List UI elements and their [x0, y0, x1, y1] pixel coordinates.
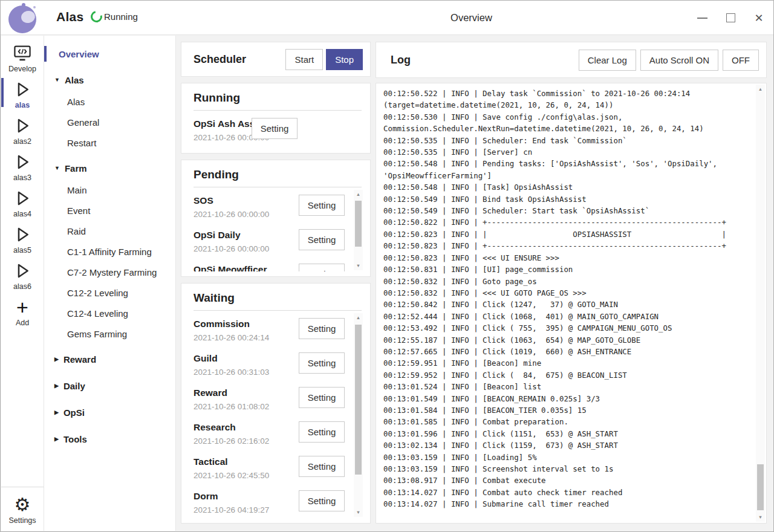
- log-line: 00:13:14.027 | INFO | Submarine call tim…: [383, 498, 752, 510]
- task-setting-button[interactable]: Setting: [299, 387, 345, 408]
- task-setting-button[interactable]: Setting: [252, 118, 298, 139]
- nav-item[interactable]: Alas: [44, 91, 175, 112]
- rail-item-instance[interactable]: alas6: [1, 258, 44, 294]
- nav-item[interactable]: Main: [44, 180, 175, 200]
- log-line: 00:13:01.585 | INFO | Combat preparation…: [383, 416, 752, 427]
- scroll-down-icon[interactable]: ▼: [354, 261, 363, 270]
- log-line: 00:13:01.549 | INFO | [BEACON_REMAIN 0.0…: [383, 393, 752, 404]
- nav-item[interactable]: ▶ Reward: [44, 348, 175, 371]
- scrollbar-thumb[interactable]: [355, 325, 362, 475]
- log-line: 00:12:50.822 | INFO | +-----------------…: [383, 216, 752, 228]
- nav-item[interactable]: C12-2 Leveling: [44, 282, 175, 303]
- nav-item[interactable]: ▼ Farm: [44, 157, 175, 180]
- nav-item-label: Farm: [65, 163, 87, 174]
- running-title: Running: [194, 91, 362, 111]
- log-line: 00:12:57.665 | INFO | Click (1019, 660) …: [383, 346, 752, 357]
- log-line: 00:12:50.535 | INFO | [Server] cn: [383, 146, 752, 158]
- nav-item[interactable]: C7-2 Mystery Farming: [44, 262, 175, 282]
- task-time: 2021-10-26 02:45:50: [194, 470, 289, 482]
- task-name: SOS: [194, 194, 302, 207]
- log-line: 00:12:50.549 | INFO | Bind task OpsiAshA…: [383, 193, 752, 205]
- scrollbar-track[interactable]: [354, 322, 363, 508]
- rail-item-instance[interactable]: alas2: [1, 113, 44, 149]
- nav-item[interactable]: Restart: [44, 132, 175, 153]
- waiting-task-list: Commission 2021-10-26 00:24:14 Setting G…: [194, 313, 350, 518]
- nav-item[interactable]: Overview: [44, 43, 175, 65]
- rail-item-label: alas5: [13, 246, 31, 255]
- scroll-down-icon[interactable]: ▼: [354, 508, 363, 517]
- scheduler-start-button[interactable]: Start: [285, 49, 323, 70]
- log-line: 00:13:08.917 | INFO | Combat execute: [383, 475, 752, 486]
- close-icon: ✕: [754, 13, 763, 24]
- close-button[interactable]: ✕: [753, 12, 765, 24]
- waiting-scrollbar[interactable]: ▲ ▼: [354, 313, 363, 517]
- task-setting-button[interactable]: Setting: [299, 490, 345, 511]
- task-setting-button[interactable]: Setting: [299, 318, 345, 339]
- scrollbar-thumb[interactable]: [757, 464, 764, 510]
- task-row: SOS 2021-10-26 00:00:00 Setting: [194, 190, 289, 224]
- log-line: 'OpsiMeowfficerFarming']: [383, 170, 752, 181]
- play-icon: [12, 152, 33, 172]
- status-text: Running: [104, 11, 138, 22]
- task-setting-button[interactable]: Setting: [299, 421, 345, 443]
- autoscroll-on-button[interactable]: Auto Scroll ON: [640, 50, 718, 71]
- nav-item[interactable]: ▶ Tools: [44, 427, 175, 450]
- nav-item[interactable]: Raid: [44, 221, 175, 241]
- rail-item-add[interactable]: + Add: [1, 294, 44, 331]
- rail-item-settings[interactable]: ⚙ Settings: [1, 492, 44, 531]
- scrollbar-track[interactable]: [354, 199, 363, 261]
- nav-item[interactable]: ▼ Alas: [44, 68, 175, 91]
- nav-item[interactable]: C1-1 Affinity Farming: [44, 241, 175, 262]
- running-task-list: OpSi Ash Assist 2021-10-26 00:00:00 Sett…: [194, 113, 363, 148]
- task-setting-button[interactable]: Setting: [299, 195, 345, 216]
- clear-log-button[interactable]: Clear Log: [579, 50, 636, 71]
- play-icon: [12, 224, 33, 245]
- nav-item[interactable]: Event: [44, 200, 175, 221]
- minimize-button[interactable]: [696, 12, 708, 24]
- nav-item[interactable]: ▶ OpSi: [44, 401, 175, 424]
- scroll-up-icon[interactable]: ▲: [756, 85, 765, 94]
- log-line: 00:12:52.444 | INFO | Click (1068, 401) …: [383, 311, 752, 322]
- task-name: Reward: [194, 386, 302, 399]
- nav-item-label: C12-4 Leveling: [67, 308, 128, 319]
- nav-item-label: C7-2 Mystery Farming: [67, 267, 157, 277]
- maximize-button[interactable]: [724, 12, 737, 24]
- app-name: Alas: [56, 10, 84, 24]
- log-line: 00:12:50.832 | INFO | <<< UI GOTO PAGE_O…: [383, 287, 752, 299]
- task-time: 2021-10-26 00:24:14: [194, 332, 289, 344]
- autoscroll-off-button[interactable]: OFF: [723, 50, 759, 71]
- task-row: OpSi Ash Assist 2021-10-26 00:00:00 Sett…: [194, 113, 302, 148]
- log-line: 00:12:50.535 | INFO | Scheduler: End tas…: [383, 135, 752, 146]
- nav-item[interactable]: General: [44, 112, 175, 132]
- nav-item[interactable]: ▶ Daily: [44, 374, 175, 397]
- task-setting-button[interactable]: Setting: [299, 229, 345, 250]
- task-setting-button[interactable]: Setting: [299, 456, 345, 477]
- task-setting-button[interactable]: Setting: [299, 352, 345, 374]
- rail-item-instance[interactable]: alas4: [1, 186, 44, 222]
- scroll-up-icon[interactable]: ▲: [354, 190, 363, 199]
- scroll-down-icon[interactable]: ▼: [756, 513, 765, 522]
- nav-item-label: C12-2 Leveling: [67, 288, 128, 298]
- pending-scrollbar[interactable]: ▲ ▼: [354, 190, 363, 270]
- play-icon: [12, 261, 33, 281]
- scrollbar-track[interactable]: [756, 94, 765, 513]
- task-time: 2021-10-26 02:16:02: [194, 435, 289, 447]
- task-row: Commission 2021-10-26 00:24:14 Setting: [194, 313, 289, 348]
- scroll-up-icon[interactable]: ▲: [354, 313, 363, 322]
- nav-item[interactable]: Gems Farming: [44, 323, 175, 344]
- scheduler-stop-button[interactable]: Stop: [326, 49, 363, 70]
- rail-item-instance[interactable]: alas3: [1, 149, 44, 186]
- task-setting-button[interactable]: Setting: [299, 264, 345, 271]
- window-controls: ✕: [696, 1, 765, 35]
- maximize-icon: [726, 13, 735, 22]
- nav-item-label: Tools: [63, 434, 87, 444]
- scrollbar-thumb[interactable]: [355, 201, 362, 247]
- log-scrollbar[interactable]: ▲ ▼: [756, 85, 765, 522]
- nav-item[interactable]: C12-4 Leveling: [44, 303, 175, 323]
- rail-item-instance[interactable]: alas5: [1, 222, 44, 258]
- log-line: 00:13:14.027 | INFO | Combat auto check …: [383, 487, 752, 498]
- rail-item-develop[interactable]: Develop: [1, 41, 44, 77]
- log-line: 00:12:50.549 | INFO | Scheduler: Start t…: [383, 205, 752, 216]
- rail-item-instance[interactable]: alas: [1, 77, 44, 113]
- log-line: 00:12:53.492 | INFO | Click ( 755, 395) …: [383, 322, 752, 334]
